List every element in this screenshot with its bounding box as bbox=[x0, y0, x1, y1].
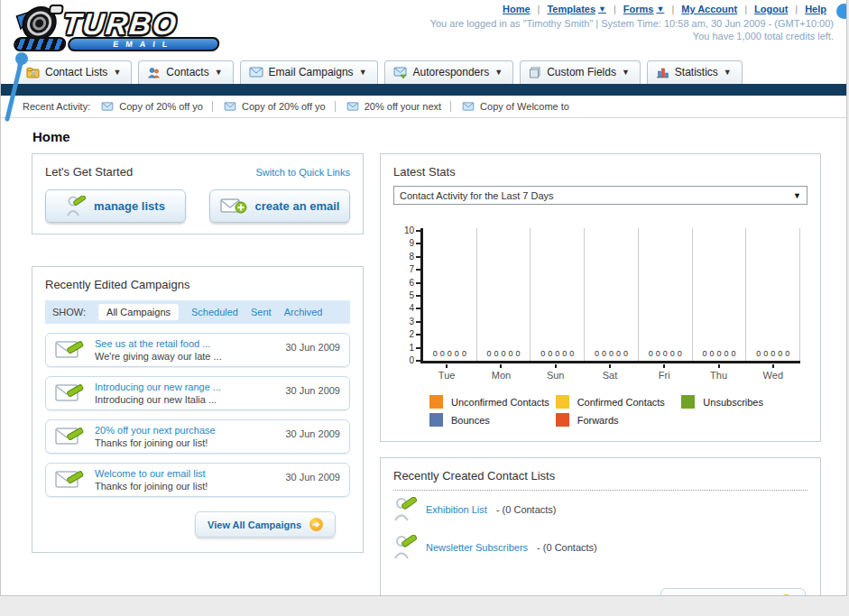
chevron-down-icon: ▼ bbox=[215, 68, 223, 77]
filter-scheduled[interactable]: Scheduled bbox=[191, 307, 238, 317]
see-all-contact-lists-button[interactable]: See All Contact Lists ➔ bbox=[660, 588, 806, 596]
tab-autoresponders[interactable]: Autoresponders ▼ bbox=[384, 60, 514, 84]
logo-stripes bbox=[13, 37, 67, 51]
y-tick-label: 7 bbox=[409, 267, 420, 272]
recent-activity-item[interactable]: 20% off your next bbox=[345, 101, 451, 112]
tab-email-campaigns[interactable]: Email Campaigns ▼ bbox=[240, 60, 378, 84]
y-tick-label: 9 bbox=[409, 241, 420, 246]
contact-lists-title: Recently Created Contact Lists bbox=[393, 469, 807, 491]
bar-value-label: 0 bbox=[602, 349, 606, 358]
envelope-icon bbox=[224, 102, 236, 111]
bar-value-label: 0 bbox=[663, 349, 668, 358]
logo-pin-decoration bbox=[1, 51, 30, 124]
x-axis-category-label: Mon bbox=[474, 364, 528, 381]
legend-item: Unconfirmed Contacts bbox=[429, 395, 556, 409]
envelope-pencil-icon bbox=[55, 338, 86, 362]
contact-list-name-link[interactable]: Exhibition List bbox=[426, 504, 487, 515]
contact-list-name-link[interactable]: Newsletter Subscribers bbox=[426, 542, 528, 553]
campaign-row[interactable]: Introducing our new range ... Introducin… bbox=[45, 376, 350, 410]
bar-value-label: 0 bbox=[623, 349, 628, 358]
manage-lists-button[interactable]: manage lists bbox=[45, 189, 186, 223]
contact-activity-chart: 109876543210 000000000000000000000000000… bbox=[397, 228, 807, 363]
legend-swatch bbox=[556, 413, 569, 427]
left-column: Let's Get Started Switch to Quick Links … bbox=[32, 153, 364, 553]
main-nav-tabbar: Contact Lists ▼ Contacts ▼ Email Campaig… bbox=[1, 56, 846, 84]
contact-list-count: - (0 Contacts) bbox=[496, 504, 557, 515]
campaign-title-link[interactable]: 20% off your next purchase bbox=[95, 425, 276, 436]
recent-activity-item[interactable]: Copy of 20% off yo bbox=[222, 101, 336, 112]
campaign-row[interactable]: 20% off your next purchase Thanks for jo… bbox=[45, 419, 350, 454]
top-link-my-account[interactable]: My Account bbox=[674, 4, 744, 14]
contact-list-item[interactable]: Exhibition List - (0 Contacts) bbox=[393, 491, 807, 529]
chart-legend: Unconfirmed ContactsConfirmed ContactsUn… bbox=[429, 395, 807, 427]
corner-dot-decoration bbox=[836, 4, 847, 19]
bar-value-label: 0 bbox=[702, 349, 706, 358]
bar-value-label: 0 bbox=[562, 349, 567, 358]
top-link-templates[interactable]: Templates▼ bbox=[540, 4, 614, 14]
switch-quick-links[interactable]: Switch to Quick Links bbox=[255, 167, 350, 178]
x-axis-category-label: Sun bbox=[529, 364, 583, 381]
recently-edited-campaigns-panel: Recently Edited Campaigns SHOW: All Camp… bbox=[32, 266, 364, 553]
campaigns-title: Recently Edited Campaigns bbox=[45, 278, 350, 291]
tab-contact-lists[interactable]: Contact Lists ▼ bbox=[17, 60, 132, 84]
bar-value-label: 0 bbox=[670, 349, 675, 358]
y-tick-label: 3 bbox=[409, 319, 420, 325]
filter-sent[interactable]: Sent bbox=[251, 307, 272, 317]
create-email-label: create an email bbox=[255, 199, 340, 213]
tab-label: Custom Fields bbox=[547, 66, 616, 78]
campaign-title-link[interactable]: See us at the retail food ... bbox=[95, 338, 276, 349]
x-axis-category-label: Thu bbox=[691, 364, 745, 381]
campaign-subtitle: Thanks for joining our list! bbox=[95, 481, 276, 492]
recent-activity-item[interactable]: Copy of 20% off yo bbox=[99, 101, 213, 112]
campaign-title-link[interactable]: Welcome to our email list bbox=[95, 468, 276, 479]
chart-bar-group: 00000 bbox=[693, 228, 747, 361]
campaign-subtitle: Introducing our new Italia ... bbox=[95, 394, 276, 405]
envelope-arrow-icon bbox=[393, 67, 408, 78]
legend-swatch bbox=[429, 395, 443, 409]
filter-archived[interactable]: Archived bbox=[284, 307, 323, 317]
top-link-home[interactable]: Home bbox=[495, 4, 538, 14]
bar-value-label: 0 bbox=[448, 349, 452, 358]
right-column: Latest Stats Contact Activity for the La… bbox=[380, 153, 821, 596]
contact-list-item[interactable]: Newsletter Subscribers - (0 Contacts) bbox=[393, 529, 807, 566]
recent-activity-item[interactable]: Copy of Welcome to bbox=[460, 101, 578, 112]
chevron-down-icon: ▼ bbox=[622, 68, 630, 77]
bar-value-label: 0 bbox=[716, 349, 721, 358]
campaign-row[interactable]: Welcome to our email list Thanks for joi… bbox=[45, 463, 350, 497]
top-link-forms[interactable]: Forms▼ bbox=[616, 4, 672, 14]
campaign-subtitle: Thanks for joining our list! bbox=[95, 437, 276, 448]
header-right: Home| Templates▼| Forms▼| My Account| Lo… bbox=[430, 4, 834, 42]
show-label: SHOW: bbox=[52, 307, 86, 317]
top-navigation: Home| Templates▼| Forms▼| My Account| Lo… bbox=[430, 4, 834, 14]
bar-value-label: 0 bbox=[487, 349, 492, 358]
top-link-logout[interactable]: Logout bbox=[747, 4, 795, 14]
bar-value-label: 0 bbox=[724, 349, 728, 358]
legend-item: Confirmed Contacts bbox=[556, 395, 682, 409]
campaign-row[interactable]: See us at the retail food ... We're givi… bbox=[45, 333, 350, 367]
chart-bar-group: 00000 bbox=[746, 228, 800, 361]
view-all-campaigns-button[interactable]: View All Campaigns ➔ bbox=[195, 511, 336, 538]
bar-value-label: 0 bbox=[540, 349, 545, 358]
tab-statistics[interactable]: Statistics ▼ bbox=[647, 60, 743, 84]
arrow-right-icon: ➔ bbox=[309, 518, 323, 531]
filter-all-campaigns[interactable]: All Campaigns bbox=[98, 304, 179, 320]
page-title: Home bbox=[32, 129, 821, 144]
bar-value-label: 0 bbox=[462, 349, 466, 358]
bar-value-label: 0 bbox=[433, 349, 438, 358]
tab-custom-fields[interactable]: Custom Fields ▼ bbox=[520, 60, 641, 84]
create-email-button[interactable]: create an email bbox=[209, 189, 350, 223]
stats-dropdown[interactable]: Contact Activity for the Last 7 Days ▼ bbox=[393, 186, 807, 205]
y-tick-label: 5 bbox=[409, 293, 420, 299]
stats-dropdown-value: Contact Activity for the Last 7 Days bbox=[400, 190, 554, 201]
top-link-help[interactable]: Help bbox=[798, 4, 834, 14]
campaign-title-link[interactable]: Introducing our new range ... bbox=[95, 382, 276, 392]
campaign-date: 30 Jun 2009 bbox=[285, 342, 340, 353]
latest-stats-panel: Latest Stats Contact Activity for the La… bbox=[380, 153, 821, 442]
envelope-pencil-icon bbox=[55, 425, 86, 448]
bar-value-label: 0 bbox=[555, 349, 559, 358]
bar-value-label: 0 bbox=[509, 349, 513, 358]
person-pencil-icon bbox=[66, 196, 86, 217]
bar-value-label: 0 bbox=[771, 349, 775, 358]
chevron-down-icon: ▼ bbox=[494, 68, 503, 77]
tab-contacts[interactable]: Contacts ▼ bbox=[138, 60, 233, 84]
